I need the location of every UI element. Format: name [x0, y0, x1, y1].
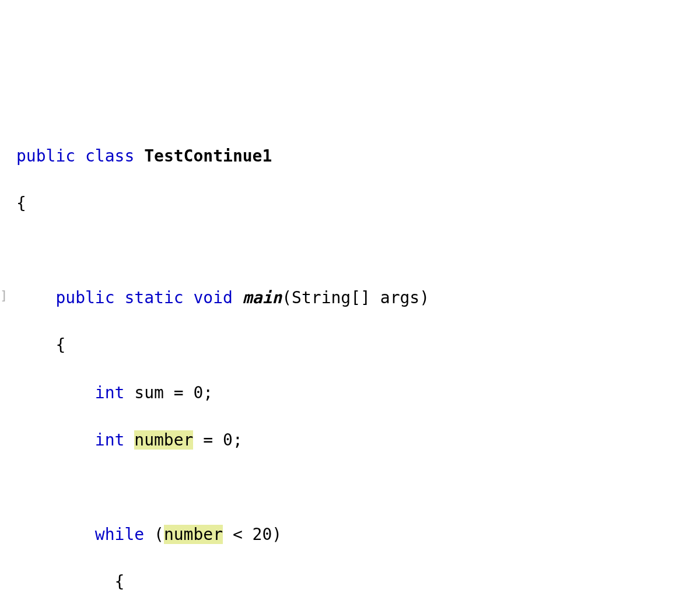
brace-open: {: [115, 572, 125, 591]
code-line: ] public static void main(String[] args): [0, 286, 700, 310]
keyword-while: while: [95, 525, 144, 544]
code-line-blank: [0, 476, 700, 500]
code-editor: public class TestContinue1 { ] public st…: [0, 94, 700, 607]
keyword-void: void: [193, 288, 232, 307]
code-line: {: [0, 192, 700, 216]
var-number-highlight: number: [134, 430, 193, 450]
code-line: {: [0, 570, 700, 594]
keyword-int: int: [95, 383, 125, 402]
keyword-class: class: [85, 146, 134, 166]
keyword-public: public: [55, 288, 114, 307]
brace-open: {: [55, 335, 65, 355]
code-line: int sum = 0;: [0, 381, 700, 405]
code-line-blank: [0, 239, 700, 263]
code-line: int number = 0;: [0, 429, 700, 452]
code-line: public class TestContinue1: [0, 145, 700, 169]
param-args: String[] args: [292, 288, 419, 307]
brace-open: {: [16, 194, 26, 213]
code-line: while (number < 20): [0, 523, 700, 547]
literal-20: 20: [253, 525, 272, 544]
keyword-static: static: [124, 288, 183, 307]
class-name: TestContinue1: [144, 146, 272, 166]
var-sum: sum: [134, 383, 164, 402]
gutter-bracket-icon: ]: [0, 286, 8, 305]
code-line: {: [0, 334, 700, 357]
var-number-highlight: number: [164, 525, 223, 544]
method-main: main: [243, 288, 282, 307]
keyword-public: public: [16, 146, 75, 166]
keyword-int: int: [95, 430, 125, 450]
